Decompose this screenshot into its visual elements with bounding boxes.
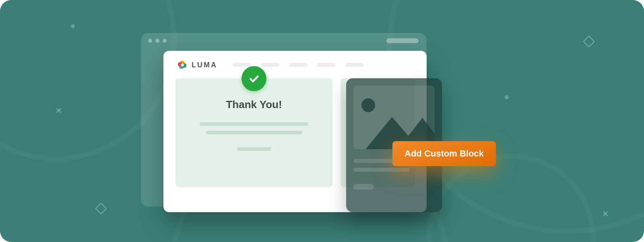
luma-logo-icon (177, 60, 188, 70)
window-dot-icon (163, 39, 167, 43)
confirmation-panel: Thank You! (175, 78, 332, 187)
nav-item-stub (317, 63, 336, 67)
text-line-stub (237, 147, 271, 151)
hero-illustration: LUMA Thank You! (0, 0, 644, 242)
window-dot-icon (155, 39, 159, 43)
x-icon (56, 107, 62, 114)
text-line-stub (353, 168, 410, 172)
text-line-stub (353, 184, 374, 190)
check-icon (248, 73, 260, 85)
image-placeholder (353, 86, 435, 149)
luma-logo: LUMA (177, 60, 217, 70)
text-placeholder (175, 122, 332, 151)
nav-item-stub (233, 63, 251, 67)
svg-point-4 (181, 63, 184, 66)
dot-icon (505, 95, 509, 99)
nav-item-stub (261, 63, 279, 67)
text-line-stub (200, 122, 308, 126)
success-badge (242, 66, 266, 91)
window-controls (148, 39, 167, 43)
text-line-stub (206, 131, 302, 134)
window-dot-icon (148, 39, 152, 43)
nav-item-stub (289, 63, 308, 67)
x-icon (602, 211, 609, 217)
add-custom-block-button[interactable]: Add Custom Block (392, 141, 496, 166)
nav-item-stub (345, 63, 364, 67)
dot-icon (71, 24, 75, 28)
image-mountain-icon (353, 86, 435, 149)
brand-name: LUMA (192, 61, 217, 69)
address-bar-stub (386, 38, 419, 43)
confirmation-title: Thank You! (175, 98, 332, 111)
diamond-icon (95, 202, 107, 215)
